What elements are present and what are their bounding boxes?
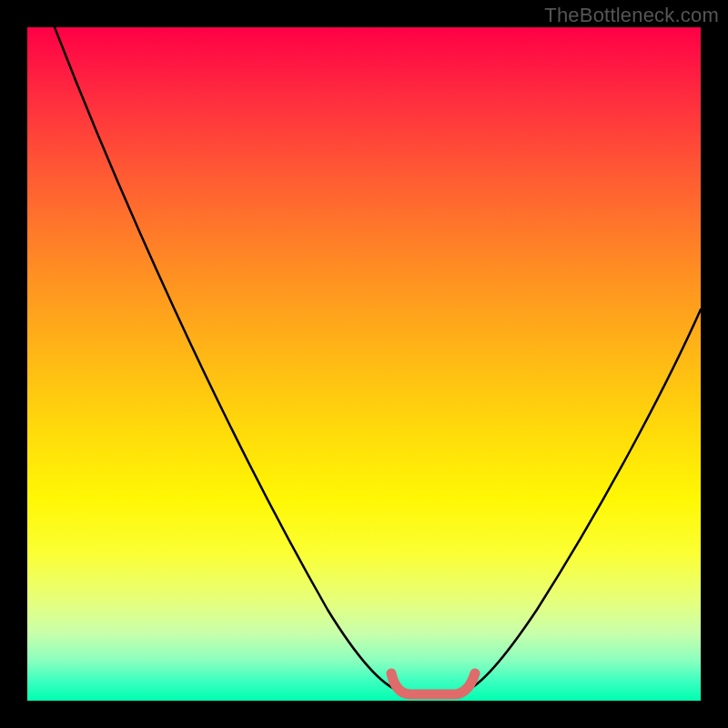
chart-frame: TheBottleneck.com xyxy=(0,0,728,728)
accent-bottom-segment xyxy=(391,673,475,694)
chart-curve-layer xyxy=(27,27,701,701)
watermark-text: TheBottleneck.com xyxy=(544,4,719,27)
bottleneck-curve-path xyxy=(55,27,701,692)
